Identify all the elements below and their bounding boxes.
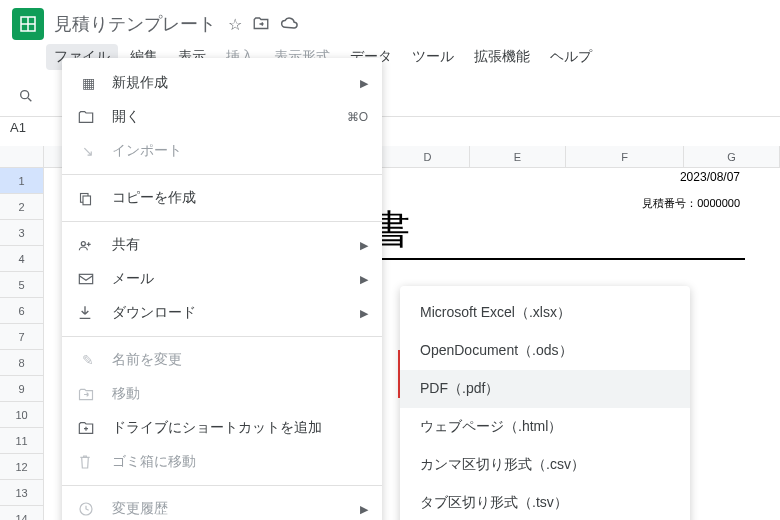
row-header-3[interactable]: 3	[0, 220, 43, 246]
row-header-9[interactable]: 9	[0, 376, 43, 402]
svg-point-7	[81, 242, 85, 246]
new-icon: ▦	[78, 75, 98, 91]
submenu-item-tsv[interactable]: タブ区切り形式（.tsv）	[400, 484, 690, 520]
row-header-13[interactable]: 13	[0, 480, 43, 506]
row-header-2[interactable]: 2	[0, 194, 43, 220]
menu-extensions[interactable]: 拡張機能	[466, 44, 538, 70]
row-header-10[interactable]: 10	[0, 402, 43, 428]
chevron-right-icon: ▶	[360, 239, 368, 252]
chevron-right-icon: ▶	[360, 273, 368, 286]
heading-underline	[365, 258, 745, 260]
menu-item-label: ゴミ箱に移動	[112, 453, 196, 471]
menu-item-label: コピーを作成	[112, 189, 196, 207]
row-header-7[interactable]: 7	[0, 324, 43, 350]
menu-item-version-history[interactable]: 変更履歴 ▶	[62, 492, 382, 520]
cell-date: 2023/08/07	[680, 170, 740, 184]
sheets-logo	[12, 8, 44, 40]
move-icon	[78, 388, 98, 401]
menu-item-copy[interactable]: コピーを作成	[62, 181, 382, 215]
submenu-item-csv[interactable]: カンマ区切り形式（.csv）	[400, 446, 690, 484]
row-header-1[interactable]: 1	[0, 168, 43, 194]
chevron-right-icon: ▶	[360, 307, 368, 320]
submenu-item-xlsx[interactable]: Microsoft Excel（.xlsx）	[400, 294, 690, 332]
svg-rect-8	[79, 274, 92, 283]
menu-separator	[62, 174, 382, 175]
menu-item-move[interactable]: 移動	[62, 377, 382, 411]
row-headers: 1234567891011121314	[0, 146, 44, 520]
menu-item-rename[interactable]: ✎ 名前を変更	[62, 343, 382, 377]
row-header-5[interactable]: 5	[0, 272, 43, 298]
menu-item-label: インポート	[112, 142, 182, 160]
file-menu-dropdown: ▦ 新規作成 ▶ 開く ⌘O ↘ インポート コピーを作成 共有 ▶ メール ▶	[62, 58, 382, 520]
menu-item-open[interactable]: 開く ⌘O	[62, 100, 382, 134]
share-icon	[78, 238, 98, 252]
menu-help[interactable]: ヘルプ	[542, 44, 600, 70]
chevron-right-icon: ▶	[360, 503, 368, 516]
folder-icon	[78, 110, 98, 124]
document-title[interactable]: 見積りテンプレート	[54, 12, 216, 36]
menu-item-email[interactable]: メール ▶	[62, 262, 382, 296]
svg-rect-6	[83, 196, 91, 205]
menu-separator	[62, 221, 382, 222]
menu-item-add-shortcut[interactable]: ドライブにショートカットを追加	[62, 411, 382, 445]
mail-icon	[78, 273, 98, 285]
cloud-icon[interactable]	[280, 15, 300, 34]
download-icon	[78, 305, 98, 321]
history-icon	[78, 501, 98, 517]
row-header-12[interactable]: 12	[0, 454, 43, 480]
submenu-item-html[interactable]: ウェブページ（.html）	[400, 408, 690, 446]
menu-item-label: 変更履歴	[112, 500, 168, 518]
title-area: 見積りテンプレート ☆	[54, 12, 300, 36]
row-header-11[interactable]: 11	[0, 428, 43, 454]
name-box[interactable]: A1	[10, 120, 26, 135]
shortcut-label: ⌘O	[347, 110, 368, 124]
menu-item-share[interactable]: 共有 ▶	[62, 228, 382, 262]
cell-quote-number: 見積番号：0000000	[642, 196, 740, 211]
menu-item-trash[interactable]: ゴミ箱に移動	[62, 445, 382, 479]
menu-item-import[interactable]: ↘ インポート	[62, 134, 382, 168]
menu-item-label: メール	[112, 270, 154, 288]
shortcut-icon	[78, 421, 98, 435]
search-icon[interactable]	[12, 82, 40, 110]
submenu-item-ods[interactable]: OpenDocument（.ods）	[400, 332, 690, 370]
chevron-right-icon: ▶	[360, 77, 368, 90]
menu-separator	[62, 485, 382, 486]
menu-item-label: ドライブにショートカットを追加	[112, 419, 322, 437]
submenu-item-pdf[interactable]: PDF（.pdf）	[400, 370, 690, 408]
row-header-14[interactable]: 14	[0, 506, 43, 520]
row-header-4[interactable]: 4	[0, 246, 43, 272]
menu-item-new[interactable]: ▦ 新規作成 ▶	[62, 66, 382, 100]
menu-item-download[interactable]: ダウンロード ▶	[62, 296, 382, 330]
import-icon: ↘	[78, 143, 98, 159]
trash-icon	[78, 454, 98, 470]
pencil-icon: ✎	[78, 352, 98, 368]
row-header-6[interactable]: 6	[0, 298, 43, 324]
app-header: 見積りテンプレート ☆	[0, 0, 780, 44]
menu-item-label: 共有	[112, 236, 140, 254]
menu-item-label: 開く	[112, 108, 140, 126]
svg-point-3	[21, 91, 29, 99]
copy-icon	[78, 191, 98, 206]
menu-separator	[62, 336, 382, 337]
svg-line-4	[28, 98, 31, 101]
move-folder-icon[interactable]	[252, 15, 270, 34]
star-icon[interactable]: ☆	[228, 15, 242, 34]
download-submenu: Microsoft Excel（.xlsx） OpenDocument（.ods…	[400, 286, 690, 520]
menu-item-label: 名前を変更	[112, 351, 182, 369]
row-header-8[interactable]: 8	[0, 350, 43, 376]
menu-tools[interactable]: ツール	[404, 44, 462, 70]
menu-item-label: ダウンロード	[112, 304, 196, 322]
menu-item-label: 新規作成	[112, 74, 168, 92]
menu-item-label: 移動	[112, 385, 140, 403]
